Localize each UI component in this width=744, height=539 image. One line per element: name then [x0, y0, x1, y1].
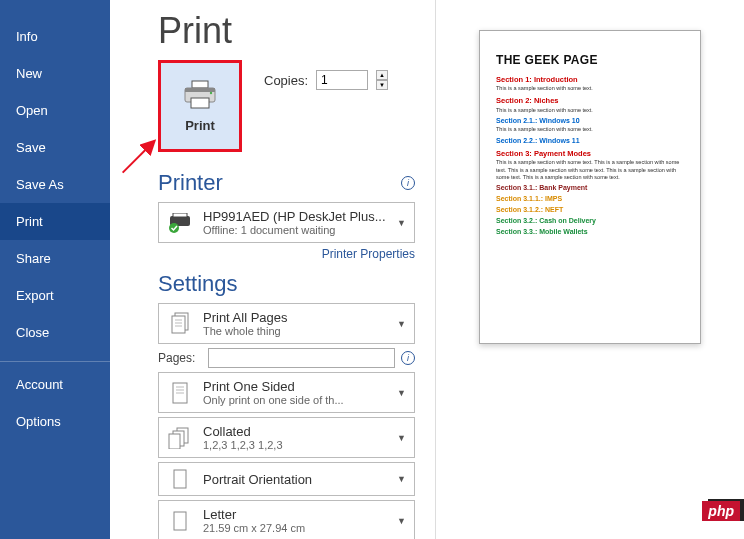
svg-rect-3	[191, 98, 209, 108]
svg-rect-9	[172, 316, 185, 333]
printer-selector[interactable]: HP991AED (HP DeskJet Plus... Offline: 1 …	[158, 202, 415, 243]
svg-point-4	[210, 91, 212, 93]
svg-point-7	[169, 223, 179, 233]
print-button[interactable]: Print	[158, 60, 242, 152]
print-range-selector[interactable]: Print All Pages The whole thing ▼	[158, 303, 415, 344]
sidebar-item-account[interactable]: Account	[0, 366, 110, 403]
printer-name: HP991AED (HP DeskJet Plus...	[203, 209, 387, 224]
sidebar-item-save[interactable]: Save	[0, 129, 110, 166]
chevron-down-icon: ▼	[397, 388, 406, 398]
portrait-icon	[172, 469, 188, 489]
settings-heading: Settings	[158, 271, 238, 297]
sidebar-item-new[interactable]: New	[0, 55, 110, 92]
pages-input[interactable]	[208, 348, 395, 368]
svg-rect-2	[185, 88, 215, 92]
main-area: Print Print Copies: ▲	[110, 0, 744, 539]
chevron-down-icon: ▼	[397, 516, 406, 526]
copies-down[interactable]: ▼	[376, 80, 388, 90]
pages-icon	[169, 312, 191, 336]
paper-size-selector[interactable]: Letter 21.59 cm x 27.94 cm ▼	[158, 500, 415, 539]
chevron-down-icon: ▼	[397, 474, 406, 484]
sidebar-item-open[interactable]: Open	[0, 92, 110, 129]
page-title: Print	[158, 10, 415, 52]
printer-icon	[182, 80, 218, 110]
svg-rect-21	[174, 512, 186, 530]
one-sided-icon	[171, 382, 189, 404]
copies-label: Copies:	[264, 73, 308, 88]
print-button-label: Print	[185, 118, 215, 133]
svg-rect-20	[174, 470, 186, 488]
copies-up[interactable]: ▲	[376, 70, 388, 80]
sidebar-item-share[interactable]: Share	[0, 240, 110, 277]
sidebar-item-close[interactable]: Close	[0, 314, 110, 351]
chevron-down-icon: ▼	[397, 319, 406, 329]
sidebar-divider	[0, 361, 110, 362]
sidebar-item-print[interactable]: Print	[0, 203, 110, 240]
sidebar-item-export[interactable]: Export	[0, 277, 110, 314]
sidebar-item-saveas[interactable]: Save As	[0, 166, 110, 203]
printer-heading: Printer	[158, 170, 223, 196]
info-icon[interactable]: i	[401, 351, 415, 365]
svg-rect-19	[169, 434, 180, 449]
copies-input[interactable]	[316, 70, 368, 90]
sidebar-item-options[interactable]: Options	[0, 403, 110, 440]
chevron-down-icon: ▼	[397, 433, 406, 443]
svg-rect-0	[192, 81, 208, 88]
printer-status: Offline: 1 document waiting	[203, 224, 387, 236]
paper-icon	[172, 511, 188, 531]
info-icon[interactable]: i	[401, 176, 415, 190]
orientation-selector[interactable]: Portrait Orientation ▼	[158, 462, 415, 496]
sidebar: Info New Open Save Save As Print Share E…	[0, 0, 110, 539]
collated-icon	[167, 427, 193, 449]
printer-status-icon	[167, 213, 193, 233]
print-preview-page: THE GEEK PAGE Section 1: Introduction Th…	[479, 30, 701, 344]
sides-selector[interactable]: Print One Sided Only print on one side o…	[158, 372, 415, 413]
collation-selector[interactable]: Collated 1,2,3 1,2,3 1,2,3 ▼	[158, 417, 415, 458]
svg-rect-6	[173, 213, 187, 217]
chevron-down-icon: ▼	[397, 218, 406, 228]
printer-properties-link[interactable]: Printer Properties	[158, 247, 415, 261]
pages-label: Pages:	[158, 351, 202, 365]
watermark-badge: php	[702, 501, 740, 521]
sidebar-item-info[interactable]: Info	[0, 18, 110, 55]
